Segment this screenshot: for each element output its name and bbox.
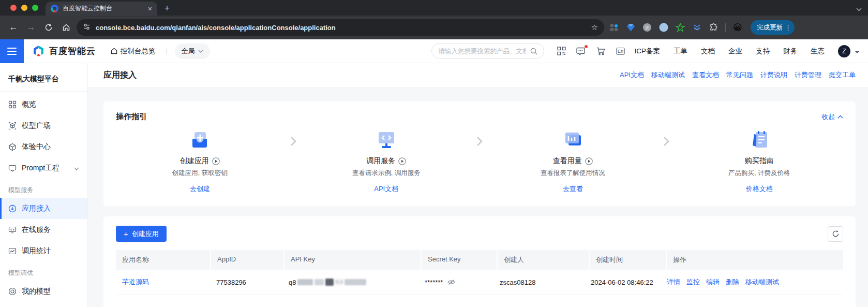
ext-gem-icon[interactable] xyxy=(624,21,637,34)
sidebar-item-overview[interactable]: 概览 xyxy=(0,94,87,115)
play-video-icon[interactable] xyxy=(585,157,593,165)
address-bar[interactable]: console.bce.baidu.com/qianfan/ais/consol… xyxy=(77,19,604,36)
browser-tab[interactable]: 百度智能云控制台 × xyxy=(46,2,157,16)
macos-traffic-lights xyxy=(10,5,38,11)
update-chip-label: 完成更新 xyxy=(757,23,783,32)
cart-icon[interactable] xyxy=(595,46,606,57)
browser-menu-icon[interactable]: ⋮ xyxy=(785,24,791,31)
chevron-up-icon xyxy=(837,115,843,119)
creator-value: zscas08128 xyxy=(493,271,585,294)
ext-green-star-icon[interactable] xyxy=(674,21,687,34)
ext-grey-circle-icon[interactable]: 统 xyxy=(640,21,654,34)
link-api-docs[interactable]: API文档 xyxy=(620,70,644,80)
created-at-value: 2024-06-02 08:46:22 xyxy=(585,271,661,294)
action-details[interactable]: 详情 xyxy=(667,277,680,287)
nav-tickets[interactable]: 工单 xyxy=(674,47,687,56)
update-chip-button[interactable]: 完成更新 ⋮ xyxy=(751,20,795,35)
call-service-icon xyxy=(375,129,398,152)
home-icon[interactable] xyxy=(59,20,73,35)
browser-window: 百度智能云控制台 × + ← → console.bce.baidu.com/q… xyxy=(0,0,868,307)
extensions-puzzle-icon[interactable] xyxy=(707,21,720,34)
message-icon[interactable] xyxy=(575,46,587,57)
link-billing-manage[interactable]: 计费管理 xyxy=(795,70,821,80)
nav-enterprise[interactable]: 企业 xyxy=(728,47,742,56)
action-monitor[interactable]: 监控 xyxy=(686,277,700,287)
close-tab-icon[interactable]: × xyxy=(148,5,152,12)
account-chevron-down-icon[interactable] xyxy=(855,47,860,56)
reload-icon[interactable] xyxy=(41,20,56,35)
api-key-hint: K4 xyxy=(335,279,343,286)
create-app-button[interactable]: + 创建应用 xyxy=(116,226,167,242)
refresh-button[interactable] xyxy=(828,226,843,242)
sidebar-item-call-statistics[interactable]: 调用统计 xyxy=(0,240,87,261)
table-header: 应用名称 AppID API Key Secret Key 创建人 创建时间 操… xyxy=(116,250,843,270)
minimize-window-button[interactable] xyxy=(21,5,27,11)
back-icon[interactable]: ← xyxy=(6,20,21,35)
forward-icon[interactable]: → xyxy=(24,20,38,35)
nav-icp[interactable]: ICP备案 xyxy=(634,47,660,56)
sidebar-item-label: 调用统计 xyxy=(22,246,79,256)
nav-support[interactable]: 支持 xyxy=(756,47,770,56)
baidu-cloud-logo[interactable]: 百度智能云 xyxy=(32,45,96,57)
step-desc: 产品购买, 计费及价格 xyxy=(728,169,790,178)
url-text[interactable]: console.bce.baidu.com/qianfan/ais/consol… xyxy=(96,24,586,32)
console-overview-link[interactable]: 控制台总览 xyxy=(110,47,156,56)
page-header: 应用接入 API文档 移动端测试 查看文档 常见问题 计费说明 计费管理 提交工… xyxy=(88,63,868,87)
scope-dropdown[interactable]: 全局 xyxy=(175,43,210,59)
play-video-icon[interactable] xyxy=(398,157,406,165)
search-icon[interactable] xyxy=(530,48,537,55)
site-settings-icon[interactable] xyxy=(83,23,91,33)
sidebar-item-model-square[interactable]: 模型广场 xyxy=(0,115,87,136)
ext-chevrons-icon[interactable] xyxy=(690,21,704,34)
profile-avatar[interactable]: 😀 xyxy=(731,21,744,34)
col-api-key: API Key xyxy=(285,250,421,270)
tab-search-icon[interactable] xyxy=(856,4,862,13)
sidebar-item-experience-center[interactable]: 体验中心 xyxy=(0,136,87,157)
hamburger-menu-button[interactable] xyxy=(0,39,24,63)
global-search[interactable] xyxy=(431,43,544,59)
link-faq[interactable]: 常见问题 xyxy=(726,70,753,80)
step-link-view-usage[interactable]: 去查看 xyxy=(563,184,583,194)
action-delete[interactable]: 删除 xyxy=(726,277,739,287)
ext-squares-icon[interactable] xyxy=(607,21,621,34)
zoom-window-button[interactable] xyxy=(32,5,38,11)
collapse-button[interactable]: 收起 xyxy=(821,112,843,122)
new-tab-button[interactable]: + xyxy=(164,3,170,13)
app-id-value: 77538296 xyxy=(210,271,282,294)
nav-ecosystem[interactable]: 生态 xyxy=(811,47,825,56)
redaction-block xyxy=(297,279,313,285)
col-created-at: 创建时间 xyxy=(590,250,666,270)
bookmark-star-icon[interactable]: ☆ xyxy=(591,23,598,32)
action-edit[interactable]: 编辑 xyxy=(706,277,720,287)
ext-blue-circle-icon[interactable] xyxy=(657,21,670,34)
play-video-icon[interactable] xyxy=(212,157,220,165)
sidebar-item-label: 模型广场 xyxy=(22,121,79,130)
sidebar-item-prompt-engineering[interactable]: Prompt工程 xyxy=(0,157,87,179)
nav-finance[interactable]: 财务 xyxy=(783,47,797,56)
sidebar-item-application-access[interactable]: 应用接入 xyxy=(0,198,87,219)
link-submit-ticket[interactable]: 提交工单 xyxy=(829,70,856,80)
sidebar-item-my-models[interactable]: 我的模型 xyxy=(0,281,87,302)
operation-guide-card: 操作指引 收起 创建应用 xyxy=(103,101,856,206)
sidebar-title: 千帆大模型平台 xyxy=(0,70,87,91)
qr-code-icon[interactable] xyxy=(556,46,567,57)
language-icon[interactable]: En xyxy=(615,46,626,57)
redaction-block xyxy=(345,279,366,285)
link-mobile-test[interactable]: 移动端测试 xyxy=(651,70,685,80)
search-input[interactable] xyxy=(438,48,526,55)
col-actions: 操作 xyxy=(667,250,843,270)
user-avatar[interactable]: Z xyxy=(838,45,850,57)
eye-off-icon[interactable] xyxy=(447,279,455,285)
step-link-price-docs[interactable]: 价格文档 xyxy=(746,184,773,194)
step-link-api-docs[interactable]: API文档 xyxy=(374,184,398,194)
app-name-link[interactable]: 芋道源码 xyxy=(122,277,149,287)
step-link-create[interactable]: 去创建 xyxy=(190,184,210,194)
link-billing-info[interactable]: 计费说明 xyxy=(760,70,787,80)
action-mobile-test[interactable]: 移动端测试 xyxy=(745,277,779,287)
link-view-docs[interactable]: 查看文档 xyxy=(692,70,719,80)
step-name: 购买指南 xyxy=(745,156,774,166)
nav-docs[interactable]: 文档 xyxy=(701,47,715,56)
sidebar-item-online-services[interactable]: 在线服务 xyxy=(0,219,87,240)
sidebar-item-label: 概览 xyxy=(22,100,79,109)
close-window-button[interactable] xyxy=(10,5,17,11)
